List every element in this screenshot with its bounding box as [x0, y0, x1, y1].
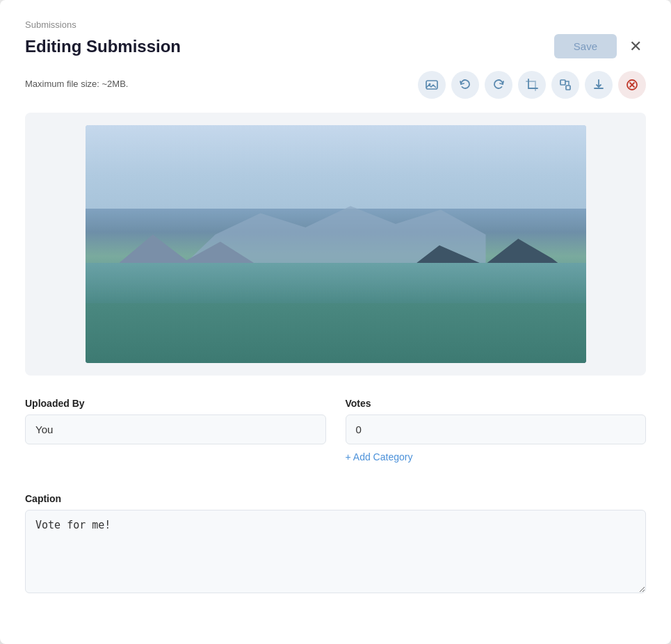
toolbar	[418, 71, 646, 99]
svg-rect-3	[566, 86, 570, 90]
uploaded-votes-row: Uploaded By Votes + Add Category	[25, 398, 646, 479]
save-button[interactable]: Save	[554, 34, 617, 58]
file-info: Maximum file size: ~2MB.	[25, 79, 128, 89]
header-actions: Save ✕	[554, 34, 646, 58]
caption-section: Caption Vote for me!	[25, 493, 646, 596]
add-category-button[interactable]: + Add Category	[346, 451, 413, 462]
submission-image	[86, 125, 586, 363]
undo-button[interactable]	[451, 71, 479, 99]
resize-button[interactable]	[551, 71, 579, 99]
redo-button[interactable]	[485, 71, 512, 99]
close-button[interactable]: ✕	[625, 38, 646, 56]
page-title: Editing Submission	[25, 37, 181, 56]
uploaded-by-input[interactable]	[25, 414, 326, 444]
crop-button[interactable]	[518, 71, 546, 99]
votes-input[interactable]	[346, 414, 647, 444]
uploaded-by-section: Uploaded By	[25, 398, 326, 462]
header-row: Editing Submission Save ✕	[25, 34, 646, 58]
download-button[interactable]	[585, 71, 613, 99]
votes-section: Votes + Add Category	[346, 398, 647, 462]
image-icon-button[interactable]	[418, 71, 446, 99]
image-container	[25, 113, 646, 376]
votes-label: Votes	[346, 398, 647, 409]
modal-container: Submissions Editing Submission Save ✕ Ma…	[0, 0, 671, 644]
delete-button[interactable]	[618, 71, 646, 99]
uploaded-by-label: Uploaded By	[25, 398, 326, 409]
caption-label: Caption	[25, 493, 646, 504]
caption-textarea[interactable]: Vote for me!	[25, 510, 646, 593]
svg-rect-2	[560, 80, 565, 85]
breadcrumb: Submissions	[25, 19, 646, 30]
